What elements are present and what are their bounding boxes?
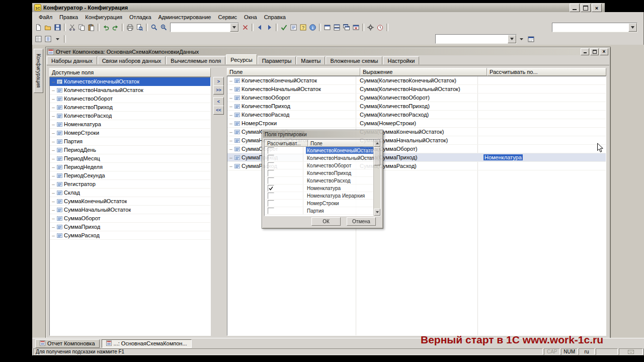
- child-restore-button[interactable]: [590, 48, 599, 55]
- available-field-row[interactable]: –СуммаПриход: [50, 223, 210, 231]
- popup-field-row[interactable]: Номенклатура: [265, 185, 380, 192]
- window-list-icon[interactable]: [342, 23, 351, 32]
- column-header-expression[interactable]: Выражение: [360, 68, 487, 76]
- available-field-row[interactable]: –НомерСтроки: [50, 129, 210, 137]
- new-doc-icon[interactable]: [34, 23, 43, 32]
- available-field-row[interactable]: –КоличествоПриход: [50, 103, 210, 112]
- checkbox[interactable]: [268, 177, 274, 184]
- resource-row[interactable]: –КоличествоНачальныйОстатокСумма(Количес…: [227, 85, 606, 94]
- context-combobox[interactable]: [552, 23, 637, 32]
- available-field-row[interactable]: –Номенклатура: [50, 120, 210, 129]
- resource-calc-by-cell[interactable]: [481, 111, 606, 119]
- menu-item[interactable]: Отладка: [126, 13, 154, 21]
- help-book-icon[interactable]: ?: [298, 23, 308, 32]
- dock-tab-configuration[interactable]: Конфигурация: [34, 49, 43, 93]
- chevron-down-icon[interactable]: [628, 23, 637, 32]
- popup-field-row[interactable]: КоличествоОборот: [265, 162, 380, 169]
- popup-field-row[interactable]: КоличествоПриход: [265, 169, 380, 177]
- available-field-row[interactable]: –ПериодСекунда: [50, 171, 210, 180]
- resource-calc-by-cell[interactable]: [481, 76, 606, 84]
- print-icon[interactable]: [125, 23, 135, 32]
- resource-calc-by-cell[interactable]: [481, 145, 606, 153]
- move-left-button[interactable]: <: [213, 97, 224, 106]
- menu-item[interactable]: Справка: [261, 13, 289, 21]
- dialog-scrollbar[interactable]: [373, 140, 380, 216]
- window-tab[interactable]: Отчет Компоновка: [35, 339, 100, 348]
- window-tab[interactable]: ...: ОсновнаяСхемаКомпон...: [102, 339, 192, 348]
- column-header-calc-by[interactable]: Рассчитывать по...: [487, 68, 606, 76]
- available-field-row[interactable]: –Склад: [50, 189, 210, 197]
- cancel-button[interactable]: Отмена: [347, 217, 376, 226]
- redo-icon[interactable]: [111, 23, 120, 32]
- paste-icon[interactable]: [87, 23, 96, 32]
- child-tab[interactable]: Макеты: [296, 56, 325, 64]
- zoom-icon[interactable]: [159, 23, 169, 32]
- available-fields-list[interactable]: –КоличествоКонечныйОстаток–КоличествоНач…: [49, 77, 211, 336]
- dialog-column-field[interactable]: Поле: [308, 140, 380, 147]
- available-field-row[interactable]: –Партия: [50, 137, 210, 146]
- column-header-field[interactable]: Поле: [227, 68, 360, 76]
- checkbox[interactable]: [268, 155, 274, 161]
- resource-calc-by-cell[interactable]: [481, 94, 606, 102]
- resource-calc-by-cell[interactable]: [481, 136, 606, 144]
- resource-row[interactable]: –КоличествоПриходСумма(КоличествоПриход): [227, 102, 606, 111]
- split-window-icon[interactable]: [332, 23, 342, 32]
- calendar-icon[interactable]: [526, 35, 536, 44]
- available-field-row[interactable]: –СуммаНачальныйОстаток: [50, 206, 210, 214]
- scroll-up-icon[interactable]: [374, 140, 380, 147]
- dialog-column-calc[interactable]: Рассчитыват...: [265, 140, 308, 147]
- available-field-row[interactable]: –КоличествоРасход: [50, 112, 210, 120]
- search-combobox[interactable]: [170, 23, 239, 32]
- module-icon[interactable]: [289, 23, 298, 32]
- checkbox[interactable]: [268, 170, 274, 176]
- checkbox[interactable]: [268, 200, 274, 207]
- scrollbar-thumb[interactable]: [374, 147, 380, 165]
- forward-icon[interactable]: [265, 23, 274, 32]
- resource-calc-by-cell[interactable]: [481, 85, 606, 93]
- chevron-down-icon[interactable]: [230, 23, 238, 32]
- ok-button[interactable]: ОК: [311, 217, 341, 226]
- available-field-row[interactable]: –КоличествоОборот: [50, 95, 210, 103]
- available-field-row[interactable]: –КоличествоНачальныйОстаток: [50, 86, 210, 95]
- popup-field-row[interactable]: НомерСтроки: [265, 200, 380, 207]
- available-field-row[interactable]: –Регистратор: [50, 180, 210, 189]
- restore-button[interactable]: [581, 4, 591, 12]
- move-right-button[interactable]: >: [213, 77, 224, 86]
- undo-icon[interactable]: [101, 23, 111, 32]
- popup-field-row[interactable]: КоличествоРасход: [265, 177, 380, 185]
- settings-icon[interactable]: [366, 23, 375, 32]
- move-all-right-button[interactable]: >>: [213, 85, 224, 95]
- resource-row[interactable]: –НомерСтрокиСумма(НомерСтроки): [227, 119, 606, 128]
- dropdown-more-icon[interactable]: [517, 35, 526, 44]
- popup-field-row[interactable]: Партия: [265, 207, 380, 215]
- resource-row[interactable]: –КоличествоРасходСумма(КоличествоРасход): [227, 111, 606, 119]
- dropdown-icon[interactable]: [53, 35, 62, 44]
- child-close-button[interactable]: ×: [600, 48, 608, 55]
- table-box-icon[interactable]: [34, 35, 43, 44]
- copy-icon[interactable]: [77, 23, 87, 32]
- new-window-icon[interactable]: [323, 23, 332, 32]
- popup-field-row[interactable]: КоличествоКонечныйОстаток: [265, 147, 380, 154]
- available-field-row[interactable]: –СуммаОборот: [50, 214, 210, 223]
- minimize-button[interactable]: [570, 4, 580, 12]
- resource-calc-by-cell[interactable]: Номенклатура: [481, 153, 606, 161]
- resource-calc-by-cell[interactable]: [481, 162, 606, 170]
- child-tab[interactable]: Параметры: [258, 56, 296, 64]
- timer-icon[interactable]: [375, 23, 385, 32]
- child-tab[interactable]: Вложенные схемы: [326, 56, 382, 64]
- syntax-check-icon[interactable]: [279, 23, 289, 32]
- child-tab[interactable]: Связи наборов данных: [98, 56, 166, 64]
- save-icon[interactable]: [53, 23, 62, 32]
- available-field-row[interactable]: –КоличествоКонечныйОстаток: [50, 77, 210, 86]
- preview-icon[interactable]: [135, 23, 144, 32]
- close-window-icon[interactable]: [351, 23, 361, 32]
- resource-row[interactable]: –КоличествоКонечныйОстатокСумма(Количест…: [227, 76, 606, 85]
- available-field-row[interactable]: –СуммаКонечныйОстаток: [50, 197, 210, 206]
- menu-item[interactable]: Окна: [240, 13, 261, 21]
- child-tab[interactable]: Настройки: [383, 56, 419, 64]
- resource-calc-by-cell[interactable]: [481, 128, 606, 136]
- menu-item[interactable]: Сервис: [214, 13, 240, 21]
- available-field-row[interactable]: –ПериодМесяц: [50, 154, 210, 163]
- find-icon[interactable]: [149, 23, 159, 32]
- resource-row[interactable]: –КоличествоОборотСумма(КоличествоОборот): [227, 94, 606, 102]
